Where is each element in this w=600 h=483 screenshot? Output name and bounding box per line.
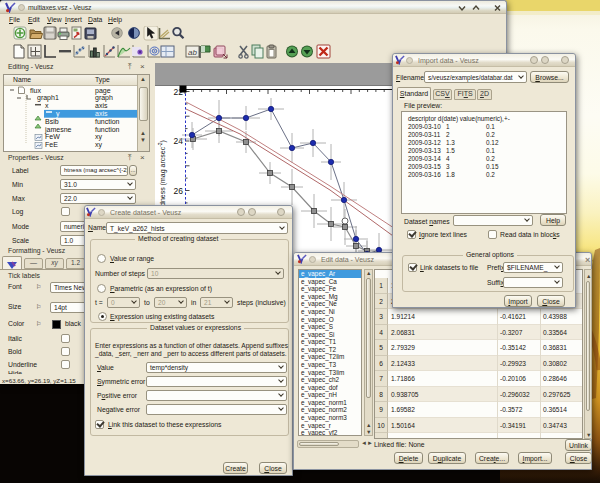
svg-text:24: 24 bbox=[174, 136, 184, 146]
svg-text:ab: ab bbox=[188, 48, 197, 57]
svg-text:26: 26 bbox=[174, 186, 184, 196]
svg-text:dness (mag arcsec-2): dness (mag arcsec-2) bbox=[157, 140, 167, 206]
